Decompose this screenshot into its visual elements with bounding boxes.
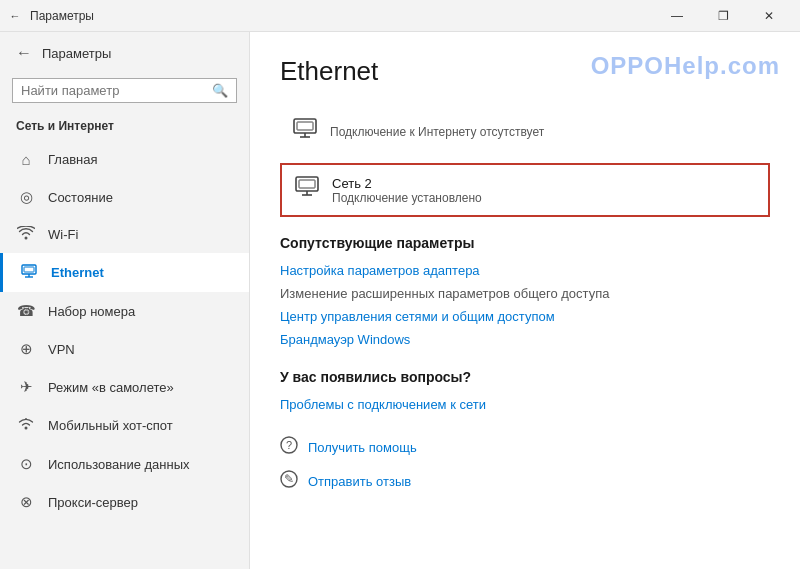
wifi-icon <box>16 226 36 243</box>
status-icon: ◎ <box>16 188 36 206</box>
main-layout: ← Параметры 🔍 Сеть и Интернет ⌂ Главная … <box>0 32 800 569</box>
hotspot-icon <box>16 416 36 435</box>
questions-section-title: У вас появились вопросы? <box>280 369 770 385</box>
sidebar-item-label: Мобильный хот-спот <box>48 418 173 433</box>
dialup-icon: ☎ <box>16 302 36 320</box>
back-arrow-icon: ← <box>16 44 32 62</box>
sidebar-item-label: Состояние <box>48 190 113 205</box>
titlebar-title: Параметры <box>30 9 94 23</box>
search-icon[interactable]: 🔍 <box>212 83 228 98</box>
ethernet-icon <box>19 263 39 282</box>
network-center-link[interactable]: Центр управления сетями и общим доступом <box>280 305 770 328</box>
svg-rect-11 <box>299 180 315 188</box>
sidebar-item-home[interactable]: ⌂ Главная <box>0 141 249 178</box>
sidebar-item-ethernet[interactable]: Ethernet <box>0 253 249 292</box>
svg-rect-1 <box>24 267 34 272</box>
net2-name: Сеть 2 <box>332 176 482 191</box>
proxy-icon: ⊗ <box>16 493 36 511</box>
sidebar: ← Параметры 🔍 Сеть и Интернет ⌂ Главная … <box>0 32 250 569</box>
sidebar-back-button[interactable]: ← Параметры <box>0 32 249 74</box>
footer-help[interactable]: ? Получить помощь <box>280 430 770 464</box>
network-item-no-internet[interactable]: Подключение к Интернету отсутствует <box>280 107 770 157</box>
monitor-icon-net2 <box>294 175 320 205</box>
sidebar-item-datausage[interactable]: ⊙ Использование данных <box>0 445 249 483</box>
minimize-button[interactable]: — <box>654 0 700 32</box>
sidebar-item-label: Ethernet <box>51 265 104 280</box>
sidebar-item-airplane[interactable]: ✈ Режим «в самолете» <box>0 368 249 406</box>
sidebar-item-proxy[interactable]: ⊗ Прокси-сервер <box>0 483 249 521</box>
sidebar-item-label: Прокси-сервер <box>48 495 138 510</box>
svg-text:?: ? <box>286 439 292 451</box>
page-title: Ethernet <box>280 56 770 87</box>
sidebar-item-vpn[interactable]: ⊕ VPN <box>0 330 249 368</box>
sidebar-item-label: VPN <box>48 342 75 357</box>
sidebar-item-label: Режим «в самолете» <box>48 380 174 395</box>
adapter-settings-link[interactable]: Настройка параметров адаптера <box>280 259 770 282</box>
firewall-link[interactable]: Брандмауэр Windows <box>280 328 770 351</box>
sidebar-item-hotspot[interactable]: Мобильный хот-спот <box>0 406 249 445</box>
sharing-settings-text: Изменение расширенных параметров общего … <box>280 282 770 305</box>
home-icon: ⌂ <box>16 151 36 168</box>
restore-button[interactable]: ❐ <box>700 0 746 32</box>
conn-problems-link[interactable]: Проблемы с подключением к сети <box>280 393 770 416</box>
airplane-icon: ✈ <box>16 378 36 396</box>
vpn-icon: ⊕ <box>16 340 36 358</box>
sidebar-item-dialup[interactable]: ☎ Набор номера <box>0 292 249 330</box>
footer-feedback[interactable]: ✎ Отправить отзыв <box>280 464 770 498</box>
monitor-icon <box>292 117 318 147</box>
sidebar-item-label: Использование данных <box>48 457 190 472</box>
svg-point-4 <box>25 427 28 430</box>
datausage-icon: ⊙ <box>16 455 36 473</box>
search-input[interactable] <box>21 83 212 98</box>
sidebar-item-label: Wi-Fi <box>48 227 78 242</box>
no-internet-status: Подключение к Интернету отсутствует <box>330 125 544 139</box>
network-info-net2: Сеть 2 Подключение установлено <box>332 176 482 205</box>
feedback-link[interactable]: Отправить отзыв <box>308 474 411 489</box>
net2-status: Подключение установлено <box>332 191 482 205</box>
sidebar-item-wifi[interactable]: Wi-Fi <box>0 216 249 253</box>
sidebar-item-label: Главная <box>48 152 97 167</box>
help-icon: ? <box>280 436 298 458</box>
svg-rect-7 <box>297 122 313 130</box>
content-area: OPPOHelp.com Ethernet Подключение к Инте… <box>250 32 800 569</box>
feedback-icon: ✎ <box>280 470 298 492</box>
close-button[interactable]: ✕ <box>746 0 792 32</box>
related-section-title: Сопутствующие параметры <box>280 235 770 251</box>
sidebar-section-label: Сеть и Интернет <box>0 115 249 141</box>
back-button[interactable]: ← <box>8 9 22 23</box>
search-box[interactable]: 🔍 <box>12 78 237 103</box>
sidebar-item-label: Набор номера <box>48 304 135 319</box>
sidebar-back-label: Параметры <box>42 46 111 61</box>
titlebar-controls: — ❐ ✕ <box>654 0 792 32</box>
help-link[interactable]: Получить помощь <box>308 440 417 455</box>
sidebar-item-status[interactable]: ◎ Состояние <box>0 178 249 216</box>
svg-text:✎: ✎ <box>284 472 294 486</box>
titlebar-left: ← Параметры <box>8 9 94 23</box>
network-info-no-internet: Подключение к Интернету отсутствует <box>330 125 544 139</box>
network-item-net2[interactable]: Сеть 2 Подключение установлено <box>280 163 770 217</box>
titlebar: ← Параметры — ❐ ✕ <box>0 0 800 32</box>
